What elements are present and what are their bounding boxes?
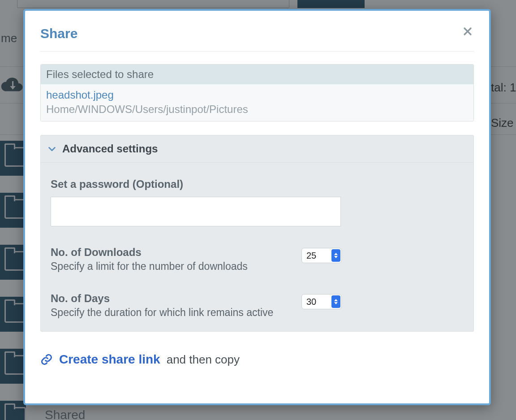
dialog-title: Share <box>40 26 77 41</box>
downloads-desc: Specify a limit for the number of downlo… <box>51 260 301 273</box>
downloads-stepper[interactable] <box>301 248 342 263</box>
create-share-link-suffix: and then copy <box>167 353 240 367</box>
advanced-settings-toggle[interactable]: Advanced settings <box>41 135 473 163</box>
link-icon <box>40 353 53 366</box>
days-row: No. of Days Specify the duration for whi… <box>51 292 464 319</box>
downloads-row: No. of Downloads Specify a limit for the… <box>51 246 464 273</box>
files-selected-body: headshot.jpeg Home/WINDOWS/Users/justinp… <box>41 84 473 121</box>
share-dialog: Share Files selected to share headshot.j… <box>23 9 491 405</box>
close-button[interactable] <box>461 26 474 39</box>
close-icon <box>462 26 473 39</box>
files-selected-header: Files selected to share <box>41 65 473 84</box>
days-stepper[interactable] <box>301 294 342 309</box>
selected-file-path: Home/WINDOWS/Users/justinpot/Pictures <box>46 103 468 116</box>
dialog-header: Share <box>40 26 474 52</box>
files-selected-box: Files selected to share headshot.jpeg Ho… <box>40 64 474 121</box>
create-share-link-button[interactable]: Create share link <box>59 352 160 367</box>
chevron-down-icon <box>47 144 57 154</box>
password-input[interactable] <box>51 197 341 226</box>
create-link-row: Create share link and then copy <box>40 352 474 367</box>
advanced-settings-title: Advanced settings <box>62 143 158 155</box>
advanced-settings-box: Advanced settings Set a password (Option… <box>40 135 474 332</box>
advanced-settings-body: Set a password (Optional) No. of Downloa… <box>41 163 473 331</box>
selected-file-name[interactable]: headshot.jpeg <box>46 89 468 101</box>
days-desc: Specify the duration for which link rema… <box>51 307 301 319</box>
days-title: No. of Days <box>51 292 301 305</box>
password-label: Set a password (Optional) <box>51 178 464 191</box>
downloads-title: No. of Downloads <box>51 246 301 259</box>
